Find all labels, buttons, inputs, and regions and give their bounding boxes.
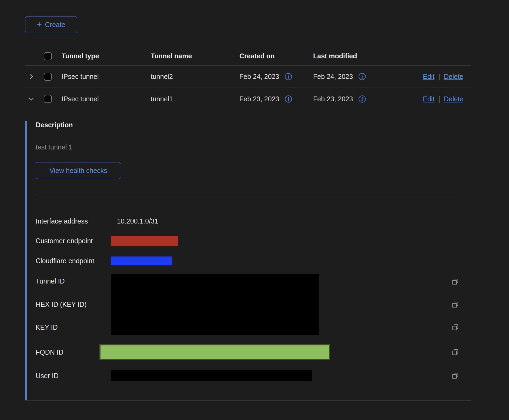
delete-link[interactable]: Delete <box>444 95 463 103</box>
section-divider <box>36 197 461 197</box>
redacted-cloudflare-endpoint <box>111 256 172 265</box>
copy-hex-id-button[interactable] <box>451 301 459 309</box>
info-icon[interactable] <box>284 95 292 103</box>
header-last-modified: Last modified <box>313 52 390 60</box>
fqdn-id-row: FQDN ID <box>36 344 471 360</box>
copy-icon <box>451 278 459 286</box>
copy-key-id-button[interactable] <box>451 323 459 331</box>
create-button-label: Create <box>45 21 65 29</box>
table-header-row: Tunnel type Tunnel name Created on Last … <box>25 47 471 66</box>
description-heading: Description <box>36 121 471 129</box>
edit-link[interactable]: Edit <box>423 73 434 81</box>
expand-row-button[interactable] <box>25 73 38 80</box>
description-value: test tunnel 1 <box>36 143 471 151</box>
actions-separator: | <box>438 95 440 103</box>
last-modified-cell: Feb 23, 2023 <box>313 95 353 103</box>
header-tunnel-name: Tunnel name <box>151 52 239 60</box>
create-button[interactable]: + Create <box>25 16 77 33</box>
table-row: IPsec tunnel tunnel2 Feb 24, 2023 Feb 24… <box>25 66 471 88</box>
delete-link[interactable]: Delete <box>444 73 463 81</box>
field-label: Cloudflare endpoint <box>36 257 111 265</box>
chevron-down-icon <box>28 95 35 102</box>
interface-address-row: Interface address 10.200.1.0/31 <box>36 213 471 229</box>
tunnel-details-panel: Description test tunnel 1 View health ch… <box>25 121 471 400</box>
tunnel-ids-group: Tunnel ID HEX ID (KEY ID) KEY ID <box>36 274 471 335</box>
row-checkbox[interactable] <box>44 73 52 81</box>
copy-icon <box>451 301 459 309</box>
field-label: Tunnel ID <box>36 277 111 285</box>
header-tunnel-type: Tunnel type <box>62 52 151 60</box>
table-row: IPsec tunnel tunnel1 Feb 23, 2023 Feb 23… <box>25 88 471 110</box>
header-created-on: Created on <box>239 52 313 60</box>
info-icon[interactable] <box>284 73 292 81</box>
copy-tunnel-id-button[interactable] <box>451 278 459 286</box>
redacted-fqdn-id <box>99 344 330 360</box>
copy-icon <box>451 348 459 356</box>
table-bottom-divider <box>25 400 471 401</box>
redacted-user-id <box>111 370 312 381</box>
tunnel-name-cell: tunnel2 <box>151 73 239 81</box>
copy-icon <box>451 372 459 380</box>
redacted-tunnel-ids <box>111 274 319 335</box>
field-label: KEY ID <box>36 323 111 331</box>
edit-link[interactable]: Edit <box>423 95 434 103</box>
redacted-customer-endpoint <box>111 236 178 246</box>
plus-icon: + <box>37 20 42 29</box>
page-content: + Create Tunnel type Tunnel name Created… <box>25 0 471 401</box>
customer-endpoint-row: Customer endpoint <box>36 235 471 247</box>
user-id-row: User ID <box>36 370 471 381</box>
tunnel-type-cell: IPsec tunnel <box>62 73 151 81</box>
interface-address-value: 10.200.1.0/31 <box>111 217 158 225</box>
collapse-row-button[interactable] <box>25 95 38 102</box>
tunnel-name-cell: tunnel1 <box>151 95 239 103</box>
created-on-cell: Feb 24, 2023 <box>239 73 279 81</box>
row-checkbox[interactable] <box>44 95 52 103</box>
field-label: HEX ID (KEY ID) <box>36 300 111 308</box>
field-label: Interface address <box>36 217 111 225</box>
view-health-checks-button[interactable]: View health checks <box>36 162 121 179</box>
tunnel-type-cell: IPsec tunnel <box>62 95 151 103</box>
copy-fqdn-id-button[interactable] <box>451 348 459 356</box>
tunnels-table: Tunnel type Tunnel name Created on Last … <box>25 47 471 401</box>
copy-icon <box>451 323 459 331</box>
field-label: User ID <box>36 372 111 380</box>
actions-separator: | <box>438 73 440 81</box>
last-modified-cell: Feb 24, 2023 <box>313 73 353 81</box>
info-icon[interactable] <box>358 95 366 103</box>
field-label: Customer endpoint <box>36 237 111 245</box>
cloudflare-endpoint-row: Cloudflare endpoint <box>36 255 471 267</box>
created-on-cell: Feb 23, 2023 <box>239 95 279 103</box>
select-all-checkbox[interactable] <box>44 52 52 60</box>
chevron-right-icon <box>28 73 35 80</box>
copy-user-id-button[interactable] <box>451 372 459 380</box>
info-icon[interactable] <box>358 73 366 81</box>
